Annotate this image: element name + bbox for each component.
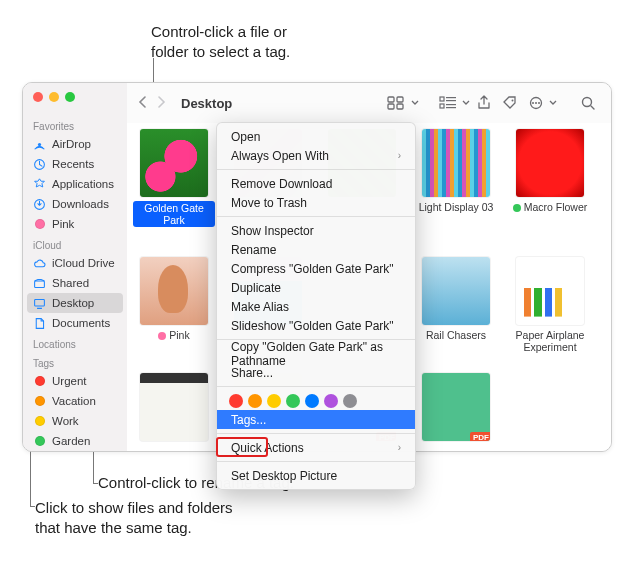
sidebar-item-documents[interactable]: Documents xyxy=(23,313,127,333)
file-thumbnail xyxy=(140,129,208,197)
sidebar-item-garden[interactable]: Garden xyxy=(23,431,127,451)
menu-item-rename[interactable]: Rename xyxy=(217,240,415,259)
callout-line xyxy=(93,483,98,484)
menu-item-label: Rename xyxy=(231,243,276,257)
zoom-button[interactable] xyxy=(65,92,75,102)
menu-tag-color[interactable] xyxy=(305,394,319,408)
group-chevron-icon[interactable] xyxy=(461,92,471,114)
sidebar-item-work[interactable]: Work xyxy=(23,411,127,431)
menu-tag-color[interactable] xyxy=(286,394,300,408)
action-chevron-icon[interactable] xyxy=(549,92,557,114)
sidebar-item-label: Documents xyxy=(52,317,110,329)
menu-item-slideshow-golden-gate-park[interactable]: Slideshow "Golden Gate Park" xyxy=(217,316,415,335)
menu-item-set-desktop-picture[interactable]: Set Desktop Picture xyxy=(217,466,415,485)
sidebar-section-header: Locations xyxy=(23,333,127,352)
file-thumbnail xyxy=(140,373,208,441)
menu-item-label: Share... xyxy=(231,366,273,380)
callout-line xyxy=(30,506,35,507)
file-item[interactable]: Golden Gate Park xyxy=(133,129,215,227)
svg-rect-5 xyxy=(388,97,394,102)
search-button[interactable] xyxy=(575,92,601,114)
file-item[interactable] xyxy=(133,373,215,445)
file-item[interactable]: Pink xyxy=(133,257,215,341)
sidebar-section-header: Tags xyxy=(23,352,127,371)
menu-item-label: Compress "Golden Gate Park" xyxy=(231,262,394,276)
menu-item-compress-golden-gate-park[interactable]: Compress "Golden Gate Park" xyxy=(217,259,415,278)
doc-icon xyxy=(33,317,46,330)
menu-tag-color[interactable] xyxy=(248,394,262,408)
menu-tag-color[interactable] xyxy=(343,394,357,408)
svg-rect-7 xyxy=(388,104,394,109)
cloud-icon xyxy=(33,257,46,270)
minimize-button[interactable] xyxy=(49,92,59,102)
svg-rect-9 xyxy=(440,97,444,101)
menu-item-move-to-trash[interactable]: Move to Trash xyxy=(217,193,415,212)
location-title: Desktop xyxy=(181,96,232,111)
file-thumbnail xyxy=(140,257,208,325)
menu-item-remove-download[interactable]: Remove Download xyxy=(217,174,415,193)
sidebar-item-downloads[interactable]: Downloads xyxy=(23,194,127,214)
action-button[interactable] xyxy=(523,92,549,114)
svg-rect-13 xyxy=(446,104,456,105)
menu-item-label: Remove Download xyxy=(231,177,332,191)
download-icon xyxy=(33,198,46,211)
menu-item-label: Show Inspector xyxy=(231,224,314,238)
close-button[interactable] xyxy=(33,92,43,102)
file-item[interactable]: Light Display 03 xyxy=(415,129,497,213)
menu-separator xyxy=(217,386,415,387)
menu-tag-row xyxy=(217,391,415,410)
svg-rect-3 xyxy=(35,281,45,288)
menu-item-tags[interactable]: Tags... xyxy=(217,410,415,429)
tag-dot-icon xyxy=(33,435,46,448)
file-item[interactable]: Macro Flower xyxy=(509,129,591,213)
menu-item-label: Duplicate xyxy=(231,281,281,295)
apps-icon xyxy=(33,178,46,191)
menu-item-duplicate[interactable]: Duplicate xyxy=(217,278,415,297)
callout-top: Control-click a file or folder to select… xyxy=(151,22,290,61)
sidebar-item-applications[interactable]: Applications xyxy=(23,174,127,194)
file-item[interactable]: Paper Airplane Experiment xyxy=(509,257,591,353)
view-icon-button[interactable] xyxy=(383,92,409,114)
tag-dot-icon xyxy=(33,415,46,428)
sidebar-item-pink[interactable]: Pink xyxy=(23,214,127,234)
sidebar-item-airdrop[interactable]: AirDrop xyxy=(23,134,127,154)
menu-item-always-open-with[interactable]: Always Open With› xyxy=(217,146,415,165)
menu-item-quick-actions[interactable]: Quick Actions› xyxy=(217,438,415,457)
menu-item-label: Tags... xyxy=(231,413,266,427)
sidebar-item-recents[interactable]: Recents xyxy=(23,154,127,174)
svg-point-19 xyxy=(538,102,540,104)
menu-separator xyxy=(217,433,415,434)
share-button[interactable] xyxy=(471,92,497,114)
sidebar-item-urgent[interactable]: Urgent xyxy=(23,371,127,391)
menu-item-make-alias[interactable]: Make Alias xyxy=(217,297,415,316)
sidebar-item-shared[interactable]: Shared xyxy=(23,273,127,293)
menu-item-label: Quick Actions xyxy=(231,441,304,455)
svg-rect-8 xyxy=(397,104,403,109)
sidebar-item-desktop[interactable]: Desktop xyxy=(27,293,123,313)
tag-dot-icon xyxy=(33,395,46,408)
file-name: Pink xyxy=(158,329,189,341)
sidebar-item-label: Urgent xyxy=(52,375,87,387)
file-item[interactable]: Rail Chasers xyxy=(415,257,497,341)
back-button[interactable] xyxy=(137,96,149,111)
sidebar-section-header: Favorites xyxy=(23,115,127,134)
menu-tag-color[interactable] xyxy=(324,394,338,408)
menu-item-label: Make Alias xyxy=(231,300,289,314)
menu-separator xyxy=(217,461,415,462)
forward-button[interactable] xyxy=(155,96,167,111)
pdf-badge: PDF xyxy=(470,432,490,441)
view-chevron-icon[interactable] xyxy=(409,92,421,114)
menu-tag-color[interactable] xyxy=(229,394,243,408)
menu-item-open[interactable]: Open xyxy=(217,127,415,146)
tag-dot-icon xyxy=(33,218,46,231)
group-button[interactable] xyxy=(435,92,461,114)
file-item[interactable]: PDF xyxy=(415,373,497,445)
tag-button[interactable] xyxy=(497,92,523,114)
menu-item-show-inspector[interactable]: Show Inspector xyxy=(217,221,415,240)
menu-tag-color[interactable] xyxy=(267,394,281,408)
menu-item-copy-golden-gate-park-as-pathname[interactable]: Copy "Golden Gate Park" as Pathname xyxy=(217,344,415,363)
sidebar-item-icloud-drive[interactable]: iCloud Drive xyxy=(23,253,127,273)
file-name: Rail Chasers xyxy=(426,329,486,341)
sidebar-item-vacation[interactable]: Vacation xyxy=(23,391,127,411)
svg-rect-10 xyxy=(446,97,456,98)
